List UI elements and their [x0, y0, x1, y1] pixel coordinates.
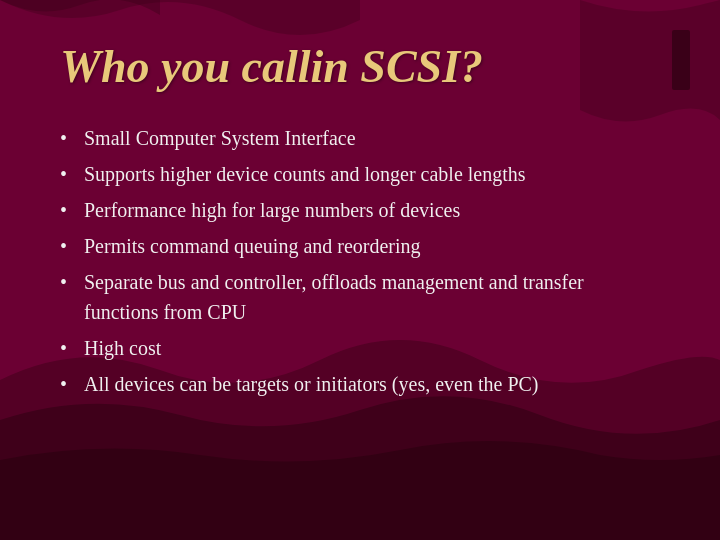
bullet-item: Supports higher device counts and longer… [60, 159, 660, 189]
slide-content: Who you callin SCSI? Small Computer Syst… [60, 40, 660, 405]
bullet-item: Separate bus and controller, offloads ma… [60, 267, 660, 327]
bullet-item: All devices can be targets or initiators… [60, 369, 660, 399]
slide: Who you callin SCSI? Small Computer Syst… [0, 0, 720, 540]
bullet-item: High cost [60, 333, 660, 363]
slide-title: Who you callin SCSI? [60, 40, 660, 93]
bullet-item: Performance high for large numbers of de… [60, 195, 660, 225]
bullet-list: Small Computer System InterfaceSupports … [60, 123, 660, 399]
bullet-item: Permits command queuing and reordering [60, 231, 660, 261]
bullet-item: Small Computer System Interface [60, 123, 660, 153]
accent-rectangle [672, 30, 690, 90]
